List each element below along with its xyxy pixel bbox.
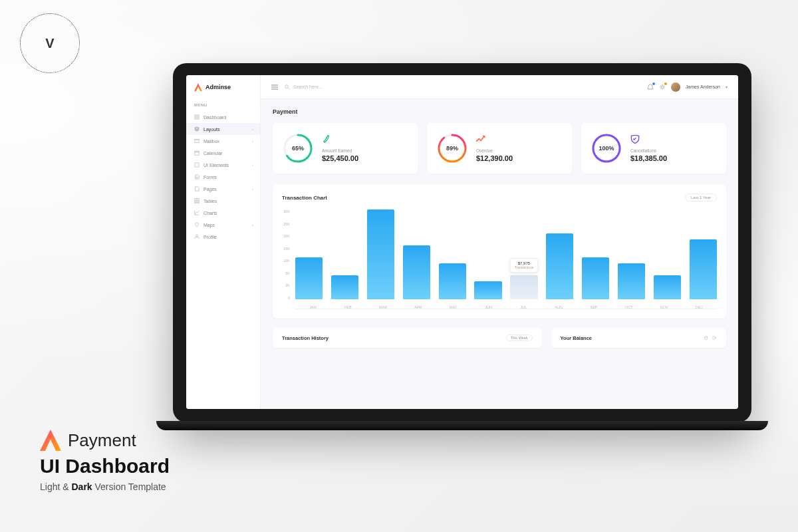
brand[interactable]: Adminse xyxy=(186,83,260,99)
sidebar-item-tables[interactable]: Tables xyxy=(186,195,260,207)
chart-bar[interactable] xyxy=(582,257,609,299)
chart-tooltip: $7,975Transactions xyxy=(510,258,538,273)
sidebar-item-label: Mailbox xyxy=(203,139,219,144)
promo-line3: Light & Dark Version Template xyxy=(40,481,170,492)
transaction-chart-card: Transaction Chart Last 1 Year 30K25K20K1… xyxy=(273,184,726,319)
svg-point-13 xyxy=(326,137,327,138)
sidebar-item-profile[interactable]: Profile xyxy=(186,231,260,243)
avatar[interactable] xyxy=(671,82,680,92)
sidebar-item-label: Tables xyxy=(203,199,217,203)
chart-area: 30K25K20K15K10K5K2K0 $7,975Transactions … xyxy=(282,209,717,309)
chevron-right-icon: › xyxy=(252,163,253,167)
balance-card: Your Balance ⚙ ⟳ xyxy=(551,328,726,348)
sidebar-item-calendar[interactable]: Calendar xyxy=(186,147,260,159)
chart-y-axis: 30K25K20K15K10K5K2K0 xyxy=(282,209,295,309)
settings-dot xyxy=(664,82,667,85)
mail-icon xyxy=(194,138,200,144)
chart-filter[interactable]: Last 1 Year xyxy=(685,194,717,201)
chart-bar[interactable] xyxy=(654,275,681,299)
chevron-right-icon: › xyxy=(252,127,253,131)
transaction-history-card: Transaction History This Week xyxy=(273,328,542,348)
brand-logo-icon xyxy=(194,83,202,91)
balance-title: Your Balance xyxy=(561,335,592,341)
logo-icon xyxy=(40,430,61,451)
stat-amount: $18,385.00 xyxy=(630,154,717,162)
notification-dot xyxy=(652,82,655,85)
user-name[interactable]: James Anderson xyxy=(686,84,720,89)
chart-x-axis: JANFEBMARAPRMAYJUNJULAUGSEPOCTNOVDEC xyxy=(295,305,717,309)
sidebar-item-forms[interactable]: Forms xyxy=(186,171,260,183)
chart-bar[interactable] xyxy=(403,245,430,299)
chart-bar[interactable] xyxy=(439,263,466,299)
sidebar-item-layouts[interactable]: Layouts› xyxy=(186,123,260,135)
chart-bar[interactable] xyxy=(546,233,573,299)
chart-bar[interactable] xyxy=(367,209,394,299)
history-title: Transaction History xyxy=(282,335,329,341)
stat-label: Overdue xyxy=(476,148,563,153)
stat-card-overdue: 89%Overdue$12,390.00 xyxy=(427,123,572,174)
search-icon xyxy=(285,84,290,90)
sidebar-item-pages[interactable]: Pages› xyxy=(186,183,260,195)
page-icon xyxy=(194,186,200,192)
stat-card-amount-earned: 65%Amount Earned$25,450.00 xyxy=(273,123,418,174)
svg-rect-5 xyxy=(195,152,199,156)
chart-bar[interactable] xyxy=(690,239,717,299)
chart-title: Transaction Chart xyxy=(282,195,327,201)
svg-point-10 xyxy=(661,86,664,88)
search-input[interactable]: Search here... xyxy=(285,84,640,90)
chart-icon xyxy=(194,210,200,215)
search-placeholder: Search here... xyxy=(293,84,323,89)
sidebar-item-dashboard[interactable]: Dashboard xyxy=(186,111,260,123)
stat-label: Amount Earned xyxy=(322,148,408,153)
stat-amount: $12,390.00 xyxy=(476,154,563,162)
chart-bar[interactable] xyxy=(618,263,645,299)
sidebar-item-label: Dashboard xyxy=(203,115,226,120)
sidebar-item-label: Layouts xyxy=(203,127,220,132)
progress-ring: 89% xyxy=(436,132,468,164)
main-area: Search here... James Anderson ▾ Payment … xyxy=(261,75,738,409)
form-icon xyxy=(194,174,200,180)
grid-icon xyxy=(194,114,200,120)
svg-rect-1 xyxy=(198,115,199,116)
svg-rect-3 xyxy=(198,118,199,119)
sidebar-item-mailbox[interactable]: Mailbox› xyxy=(186,135,260,147)
promo-line2: UI Dashboard xyxy=(40,455,170,477)
chart-bar[interactable] xyxy=(474,281,501,299)
svg-rect-0 xyxy=(195,115,196,116)
stat-label: Cancellations xyxy=(630,148,717,153)
sidebar-item-maps[interactable]: Maps› xyxy=(186,219,260,231)
stat-amount: $25,450.00 xyxy=(322,154,408,162)
menu-toggle-icon[interactable] xyxy=(271,84,278,90)
cal-icon xyxy=(194,150,200,156)
sidebar: Adminse MENU DashboardLayouts›Mailbox›Ca… xyxy=(186,75,261,409)
gear-icon[interactable]: ⚙ xyxy=(704,335,708,341)
svg-point-9 xyxy=(285,84,289,88)
app-screen: Adminse MENU DashboardLayouts›Mailbox›Ca… xyxy=(186,75,738,409)
stat-card-cancellations: 100%Cancellations$18,385.00 xyxy=(581,123,726,174)
sidebar-item-charts[interactable]: Charts xyxy=(186,207,260,219)
settings-button[interactable] xyxy=(659,84,666,90)
refresh-icon[interactable]: ⟳ xyxy=(712,335,717,341)
promo-text: Payment UI Dashboard Light & Dark Versio… xyxy=(40,430,170,492)
chevron-down-icon[interactable]: ▾ xyxy=(726,84,728,89)
progress-ring: 65% xyxy=(282,132,314,164)
chart-bar[interactable]: $7,975Transactions xyxy=(510,275,537,299)
topbar: Search here... James Anderson ▾ xyxy=(261,75,738,99)
sidebar-item-label: Calendar xyxy=(203,151,222,156)
layers-icon xyxy=(194,126,200,132)
chevron-right-icon: › xyxy=(252,139,253,143)
sidebar-item-label: Forms xyxy=(203,175,217,180)
laptop-frame: Adminse MENU DashboardLayouts›Mailbox›Ca… xyxy=(173,63,751,422)
chart-bar[interactable] xyxy=(295,257,323,299)
brand-name: Adminse xyxy=(205,84,231,90)
sidebar-item-ui-elements[interactable]: UI Elements› xyxy=(186,159,260,171)
map-icon xyxy=(194,222,200,227)
content: Payment 65%Amount Earned$25,450.0089%Ove… xyxy=(261,99,738,357)
rocket-icon xyxy=(322,135,331,144)
stat-cards-row: 65%Amount Earned$25,450.0089%Overdue$12,… xyxy=(273,123,726,174)
notifications-button[interactable] xyxy=(647,84,654,90)
vendor-badge: V xyxy=(20,13,80,73)
sidebar-item-label: Pages xyxy=(203,187,217,192)
chart-bar[interactable] xyxy=(331,275,358,299)
history-filter[interactable]: This Week xyxy=(506,334,533,341)
